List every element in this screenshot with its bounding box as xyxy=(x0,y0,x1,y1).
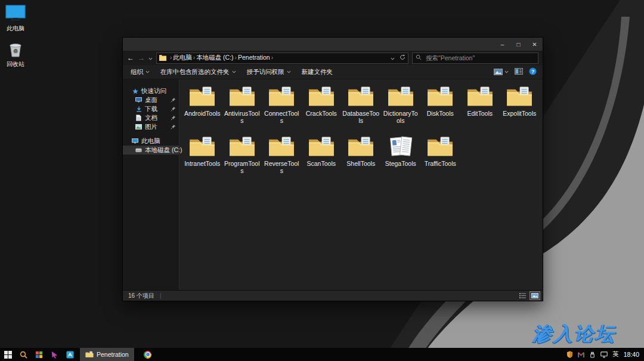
folder-item[interactable]: TrafficTools xyxy=(422,135,459,186)
folder-item[interactable]: DictionaryTools xyxy=(382,85,419,135)
sidebar-item[interactable]: 桌面 xyxy=(123,95,179,104)
commandbar-item-label: 组织 xyxy=(131,68,143,76)
sidebar-item-label: 桌面 xyxy=(145,96,157,104)
folder-icon xyxy=(303,85,340,109)
commandbar-item[interactable]: 在库中包含所选的文件夹 xyxy=(155,68,242,76)
folder-item[interactable]: DiskTools xyxy=(422,85,459,135)
close-button[interactable]: ✕ xyxy=(527,38,543,51)
folder-item[interactable]: AntivirusTools xyxy=(224,85,261,135)
breadcrumb-item[interactable]: 此电脑 xyxy=(173,54,192,61)
commandbar-item[interactable]: 组织 xyxy=(125,68,155,76)
taskbar-active-task[interactable]: Penetration xyxy=(80,348,134,361)
folder-icon xyxy=(224,135,261,159)
tray-shield-icon[interactable] xyxy=(566,351,573,358)
commandbar-item[interactable]: 新建文件夹 xyxy=(296,68,339,76)
sidebar-item-label: 此电脑 xyxy=(141,137,160,146)
refresh-icon[interactable] xyxy=(400,54,405,61)
thumbnail-view-icon[interactable] xyxy=(494,69,509,75)
sidebar-section-gap xyxy=(123,131,179,137)
address-dropdown-icon[interactable] xyxy=(391,54,395,61)
folder-item[interactable]: AndroidTools xyxy=(184,85,221,135)
folder-icon xyxy=(184,135,221,159)
titlebar[interactable]: – □ ✕ xyxy=(123,38,543,51)
taskbar-blue-app-button[interactable] xyxy=(62,348,78,361)
ime-indicator[interactable]: 英 xyxy=(612,350,619,359)
desktop-icon-recycle-bin[interactable]: ♻回收站 xyxy=(0,41,35,69)
pin-icon xyxy=(171,115,176,121)
folder-item-label: DiskTools xyxy=(422,110,459,117)
folder-item[interactable]: ConnectTools xyxy=(263,85,300,135)
folder-item[interactable]: IntranetTools xyxy=(184,135,221,186)
folder-item[interactable]: ShellTools xyxy=(342,135,379,186)
folder-item-label: EditTools xyxy=(462,110,499,117)
chevron-down-icon xyxy=(145,70,150,74)
sidebar-item[interactable]: 快速访问 xyxy=(123,87,179,95)
details-view-button[interactable] xyxy=(517,291,528,300)
folder-item[interactable]: EditTools xyxy=(462,85,499,135)
back-button[interactable]: ← xyxy=(127,54,134,61)
folder-item[interactable]: ReverseTools xyxy=(263,135,300,186)
sidebar-item-label: 快速访问 xyxy=(141,87,166,95)
folder-icon xyxy=(342,85,379,109)
folder-icon xyxy=(501,85,538,109)
pinwheel-icon xyxy=(35,351,43,359)
search-orange-icon xyxy=(20,351,27,359)
help-icon[interactable]: ? xyxy=(529,67,537,76)
breadcrumb-separator: › xyxy=(270,54,274,61)
breadcrumb-item[interactable]: 本地磁盘 (C:) xyxy=(196,54,233,61)
folder-item-label: ScanTools xyxy=(303,160,340,167)
folder-item[interactable]: ScanTools xyxy=(303,135,340,186)
taskbar-start-button[interactable] xyxy=(0,348,16,361)
breadcrumb-item[interactable]: Penetration xyxy=(238,54,270,61)
navigation-bar: ← → ›此电脑›本地磁盘 (C:)›Penetration› xyxy=(123,51,543,65)
folder-item[interactable]: CrackTools xyxy=(303,85,340,135)
commandbar-item[interactable]: 授予访问权限 xyxy=(242,68,296,76)
folder-item[interactable]: StegaTools xyxy=(382,135,419,186)
taskbar: Penetration 英 18:40 xyxy=(0,348,644,361)
taskbar-task-label: Penetration xyxy=(97,351,129,358)
folder-item[interactable]: DatabaseTools xyxy=(342,85,379,135)
history-dropdown-icon[interactable] xyxy=(148,54,153,61)
tray-display-icon[interactable] xyxy=(600,351,608,358)
folder-item[interactable]: ExpolitTools xyxy=(501,85,538,135)
cursor-icon xyxy=(51,351,58,359)
sidebar-item-label: 图片 xyxy=(145,123,157,131)
folder-item-label: DictionaryTools xyxy=(382,110,419,124)
folder-icon xyxy=(422,135,459,159)
tray-usb-icon[interactable] xyxy=(589,351,596,358)
chrome-taskbar-icon[interactable] xyxy=(140,348,156,361)
large-icons-view-button[interactable] xyxy=(530,291,540,300)
preview-pane-icon[interactable] xyxy=(515,68,523,76)
computer-icon xyxy=(132,138,138,144)
search-input[interactable] xyxy=(425,54,535,62)
folder-item-label: IntranetTools xyxy=(184,160,221,167)
taskbar-pinwheel-app-button[interactable] xyxy=(31,348,47,361)
minimize-button[interactable]: – xyxy=(494,38,510,51)
taskbar-cursor-app-button[interactable] xyxy=(47,348,62,361)
folder-item-label: ShellTools xyxy=(342,160,379,167)
maximize-button[interactable]: □ xyxy=(510,38,527,51)
address-bar[interactable]: ›此电脑›本地磁盘 (C:)›Penetration› xyxy=(156,53,408,64)
clock[interactable]: 18:40 xyxy=(624,351,639,358)
folder-item[interactable]: ProgramTools xyxy=(224,135,261,186)
folder-item-label: ExpolitTools xyxy=(501,110,538,117)
svg-text:♻: ♻ xyxy=(13,48,18,54)
folder-item-label: ConnectTools xyxy=(263,110,300,124)
forward-button[interactable]: → xyxy=(138,54,145,61)
pin-icon xyxy=(171,97,176,103)
sidebar-item[interactable]: 下载 xyxy=(123,104,179,113)
breadcrumb-separator: › xyxy=(234,54,238,61)
sidebar-item[interactable]: 此电脑 xyxy=(123,137,179,146)
folder-item-label: TrafficTools xyxy=(422,160,459,167)
desktop-icon-this-pc[interactable]: 此电脑 xyxy=(0,5,35,33)
tray-gmail-m-icon[interactable] xyxy=(578,351,584,358)
pictures-icon xyxy=(135,124,142,129)
commandbar-item-label: 在库中包含所选的文件夹 xyxy=(160,68,230,76)
search-box[interactable] xyxy=(412,53,538,64)
sidebar-item[interactable]: 本地磁盘 (C:) xyxy=(123,146,179,155)
address-folder-icon xyxy=(159,54,166,62)
sidebar-item[interactable]: 图片 xyxy=(123,122,179,131)
start-icon xyxy=(4,351,12,359)
taskbar-search-button[interactable] xyxy=(16,348,31,361)
sidebar-item[interactable]: 文档 xyxy=(123,113,179,122)
